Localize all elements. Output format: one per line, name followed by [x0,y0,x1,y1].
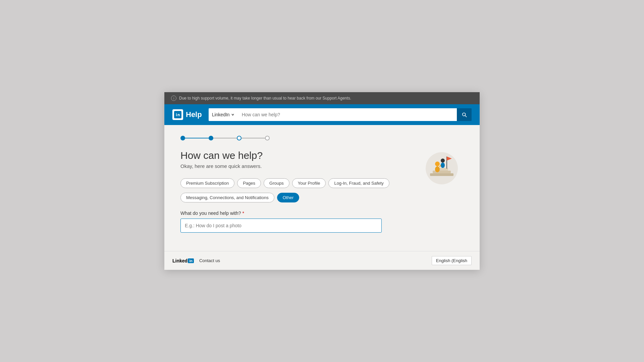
footer-contact-link[interactable]: Contact us [199,258,220,263]
step-dot-3 [237,136,241,140]
chip-login-fraud-safety[interactable]: Log-In, Fraud, and Safety [328,178,389,188]
chip-messaging[interactable]: Messaging, Connections, and Notification… [180,193,274,202]
chip-your-profile[interactable]: Your Profile [292,178,326,188]
footer-brand: Linkedin [172,258,194,263]
info-icon: i [171,96,176,101]
svg-rect-3 [433,171,451,173]
chip-groups[interactable]: Groups [264,178,289,188]
svg-rect-2 [430,173,453,176]
search-button[interactable] [457,108,472,121]
help-label: What do you need help with? * [180,210,413,216]
main-window: i Due to high support volume, it may tak… [164,92,480,270]
info-banner-text: Due to high support volume, it may take … [179,96,351,101]
step-line-3 [241,138,265,138]
logo-area: Help [172,109,202,120]
hero-row: How can we help? Okay, here are some qui… [180,150,464,233]
main-content: How can we help? Okay, here are some qui… [164,125,480,251]
search-icon [461,112,467,118]
hero-text: How can we help? Okay, here are some qui… [180,150,413,233]
language-selector[interactable]: English (English [432,256,472,265]
chips-row-2: Messaging, Connections, and Notification… [180,193,413,202]
svg-point-8 [435,166,440,172]
chip-premium-subscription[interactable]: Premium Subscription [180,178,234,188]
step-dot-1 [180,136,185,140]
search-dropdown[interactable]: LinkedIn [209,108,238,121]
info-banner: i Due to high support volume, it may tak… [164,92,480,104]
footer: Linkedin Contact us English (English [164,251,480,270]
svg-point-9 [441,159,445,163]
hero-illustration [420,150,464,187]
chevron-down-icon [231,113,234,116]
hero-subtitle: Okay, here are some quick answers. [180,163,413,169]
help-input[interactable] [180,219,382,233]
search-input[interactable] [238,108,457,121]
required-marker: * [242,210,244,216]
search-dropdown-label: LinkedIn [212,112,230,117]
chip-other[interactable]: Other [277,193,300,202]
help-title: Help [186,110,202,119]
search-area: LinkedIn [209,108,472,121]
header: Help LinkedIn [164,104,480,125]
footer-left: Linkedin Contact us [172,258,220,263]
svg-point-7 [435,162,440,166]
hero-title: How can we help? [180,150,413,161]
step-dot-4 [265,136,270,140]
step-line-1 [185,138,209,138]
chips-row: Premium Subscription Pages Groups Your P… [180,178,413,188]
step-line-2 [213,138,237,138]
chip-pages[interactable]: Pages [237,178,261,188]
search-input-wrap [238,108,457,121]
linkedin-logo-icon [172,109,183,120]
progress-steps [180,136,464,140]
footer-badge: in [188,258,194,263]
step-dot-2 [209,136,213,140]
